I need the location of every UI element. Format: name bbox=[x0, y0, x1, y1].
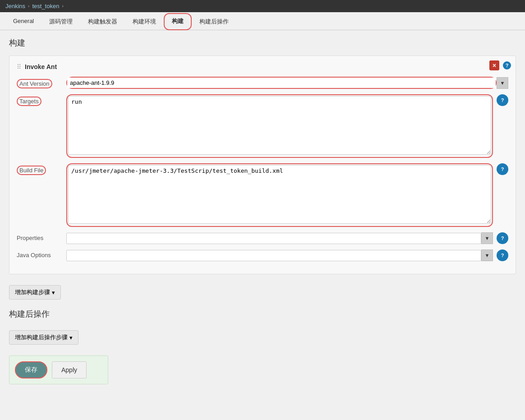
java-options-select-wrap: ▼ bbox=[66, 249, 493, 261]
targets-label-oval: Targets bbox=[17, 97, 41, 106]
properties-label: Properties bbox=[17, 232, 66, 241]
ant-version-row: Ant Version apache-ant-1.9.9 ▼ bbox=[17, 77, 508, 89]
drag-handle-icon: ⠿ bbox=[17, 63, 21, 70]
tab-post-build[interactable]: 构建后操作 bbox=[192, 13, 236, 30]
java-options-row: Java Options ▼ ? bbox=[17, 249, 508, 261]
build-file-oval bbox=[66, 163, 493, 227]
add-post-step-caret-icon: ▾ bbox=[69, 334, 73, 341]
build-file-row: Build File ? bbox=[17, 163, 508, 227]
tabs-bar: General 源码管理 构建触发器 构建环境 构建 构建后操作 bbox=[0, 13, 525, 30]
targets-row: Targets ? bbox=[17, 94, 508, 158]
java-options-label: Java Options bbox=[17, 249, 66, 258]
build-file-label-oval: Build File bbox=[17, 166, 46, 175]
add-step-caret-icon: ▾ bbox=[52, 289, 55, 296]
targets-oval bbox=[66, 94, 493, 158]
targets-help-icon[interactable]: ? bbox=[497, 94, 508, 106]
card-header: ⠿ Invoke Ant bbox=[17, 63, 508, 70]
build-file-help-icon[interactable]: ? bbox=[497, 163, 508, 175]
build-file-control bbox=[66, 163, 493, 227]
targets-textarea[interactable] bbox=[68, 96, 491, 155]
breadcrumb-jenkins[interactable]: Jenkins bbox=[5, 3, 25, 9]
ant-version-select[interactable]: apache-ant-1.9.9 bbox=[67, 78, 496, 88]
properties-control: ▼ bbox=[66, 232, 493, 244]
invoke-ant-card: ⠿ Invoke Ant × ? Ant Version apache-ant-… bbox=[9, 55, 516, 274]
tab-source[interactable]: 源码管理 bbox=[41, 13, 80, 30]
tab-env[interactable]: 构建环境 bbox=[125, 13, 164, 30]
targets-label: Targets bbox=[17, 94, 66, 106]
properties-help-icon[interactable]: ? bbox=[497, 232, 508, 244]
properties-select-wrap: ▼ bbox=[66, 232, 493, 244]
add-step-button-wrap: 增加构建步骤 ▾ bbox=[9, 282, 516, 300]
post-build-section: 构建后操作 增加构建后操作步骤 ▾ bbox=[9, 309, 516, 345]
ant-version-oval: apache-ant-1.9.9 bbox=[66, 77, 497, 89]
delete-button[interactable]: × bbox=[489, 60, 499, 70]
tab-general[interactable]: General bbox=[5, 13, 41, 30]
properties-row: Properties ▼ ? bbox=[17, 232, 508, 244]
help-icon-top[interactable]: ? bbox=[503, 61, 511, 69]
add-step-label: 增加构建步骤 bbox=[15, 288, 50, 296]
ant-version-select-container: apache-ant-1.9.9 bbox=[66, 77, 497, 89]
java-options-control: ▼ bbox=[66, 249, 493, 261]
add-post-step-label: 增加构建后操作步骤 bbox=[15, 333, 68, 342]
build-file-textarea[interactable] bbox=[68, 165, 491, 224]
post-build-title: 构建后操作 bbox=[9, 309, 516, 319]
java-options-input[interactable] bbox=[66, 250, 481, 261]
ant-version-label: Ant Version bbox=[17, 77, 66, 88]
java-options-dropdown-arrow[interactable]: ▼ bbox=[481, 249, 493, 261]
properties-input[interactable] bbox=[66, 233, 481, 244]
breadcrumb-sep2: › bbox=[62, 4, 63, 9]
tab-triggers[interactable]: 构建触发器 bbox=[80, 13, 125, 30]
build-file-label: Build File bbox=[17, 163, 66, 175]
ant-version-label-oval: Ant Version bbox=[17, 79, 52, 88]
action-buttons: 保存 Apply bbox=[9, 355, 108, 384]
tab-build[interactable]: 构建 bbox=[164, 13, 192, 30]
breadcrumb-sep1: › bbox=[28, 4, 29, 9]
targets-control bbox=[66, 94, 493, 158]
add-build-step-button[interactable]: 增加构建步骤 ▾ bbox=[9, 285, 61, 300]
main-content: 构建 ⠿ Invoke Ant × ? Ant Version apache-a… bbox=[0, 30, 525, 392]
save-button[interactable]: 保存 bbox=[15, 361, 47, 378]
ant-version-dropdown-arrow[interactable]: ▼ bbox=[497, 77, 508, 89]
java-options-help-icon[interactable]: ? bbox=[497, 249, 508, 261]
ant-version-control: apache-ant-1.9.9 ▼ bbox=[66, 77, 508, 89]
properties-dropdown-arrow[interactable]: ▼ bbox=[481, 232, 493, 244]
apply-button[interactable]: Apply bbox=[52, 361, 87, 378]
invoke-ant-title: Invoke Ant bbox=[25, 63, 57, 70]
breadcrumb: Jenkins › test_token › bbox=[0, 0, 525, 12]
page-title: 构建 bbox=[9, 37, 516, 48]
add-post-step-button[interactable]: 增加构建后操作步骤 ▾ bbox=[9, 330, 78, 345]
ant-version-select-wrap: apache-ant-1.9.9 ▼ bbox=[66, 77, 508, 89]
breadcrumb-project[interactable]: test_token bbox=[32, 3, 59, 9]
